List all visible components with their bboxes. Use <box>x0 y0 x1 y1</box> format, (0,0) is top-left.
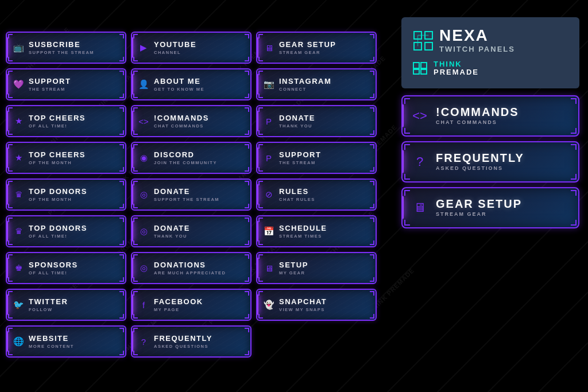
large-panel-commands-large: <> !COMMANDS CHAT COMMANDS <box>401 95 579 137</box>
panel-title-discord: DISCORD <box>154 151 217 158</box>
sidebar-panels: <> !COMMANDS CHAT COMMANDS ? FREQUENTLY … <box>401 95 579 228</box>
panel-icon-support-1: 💜 <box>13 79 24 90</box>
panel-title-about-me: ABOUT ME <box>154 77 204 85</box>
panel-title-support-1: SUPPORT <box>29 77 71 85</box>
panel-instagram: 📷 INSTAGRAM CONNECT <box>256 68 377 100</box>
panel-icon-gear-setup-1: 🖥 <box>263 43 274 53</box>
panel-icon-donate-3: ◎ <box>138 226 149 236</box>
panel-title-top-donors-month: TOP DONORS <box>29 188 87 195</box>
panel-sub-top-donors-month: OF THE MONTH <box>29 197 87 202</box>
panel-icon-donate-2: ◎ <box>138 189 149 200</box>
panel-title-donations: DONATIONS <box>154 261 226 269</box>
svg-rect-3 <box>425 42 432 50</box>
panel-title-sponsors: SPONSORS <box>29 261 78 269</box>
panel-icon-about-me: 👤 <box>138 79 149 90</box>
panel-sub-frequently: ASKED QUESTIONS <box>154 344 212 349</box>
large-panel-title-gear-setup-large: GEAR SETUP <box>436 198 522 209</box>
panel-title-website: WEBSITE <box>29 335 74 342</box>
panel-icon-setup: 🖥 <box>263 263 274 273</box>
panel-sub-snapchat: VIEW MY SNAPS <box>279 307 327 312</box>
panel-icon-rules: ⊘ <box>263 189 274 200</box>
panel-sub-youtube: CHANNEL <box>154 50 196 55</box>
panel-gear-setup-1: 🖥 GEAR SETUP STREAM GEAR <box>256 32 377 64</box>
panel-title-youtube: YOUTUBE <box>154 41 196 48</box>
panel-top-donors-all: ♛ TOP DONORS OF ALL TIME! <box>6 215 126 247</box>
svg-rect-6 <box>413 63 419 68</box>
panel-sub-schedule: STREAM TIMES <box>279 234 327 239</box>
panel-icon-discord: ◉ <box>138 153 149 163</box>
panel-icon-website: 🌐 <box>13 336 24 347</box>
panel-sub-susbcribe: SUPPORT THE STREAM <box>29 50 94 55</box>
panel-donations: ◎ DONATIONS ARE MUCH APPRECIATED <box>131 252 252 284</box>
panel-sub-gear-setup-1: STREAM GEAR <box>279 50 336 55</box>
panel-sponsors: ♚ SPONSORS OF ALL TIME! <box>6 252 126 284</box>
svg-rect-9 <box>421 69 427 74</box>
panel-donate-1: P DONATE THANK YOU <box>256 105 377 137</box>
panel-commands-1: <> !COMMANDS CHAT COMMANDS <box>131 105 252 137</box>
large-panel-title-frequently-large: FREQUENTLY <box>436 152 524 164</box>
panel-sub-top-cheers-month: OF THE MONTH <box>29 160 86 165</box>
panel-title-top-cheers-month: TOP CHEERS <box>29 151 86 158</box>
panel-schedule: 📅 SCHEDULE STREAM TIMES <box>256 215 377 247</box>
brand-icon-row: NEXA TWITCH PANELS <box>413 28 568 53</box>
panel-sub-top-donors-all: OF ALL TIME! <box>29 234 87 239</box>
panel-facebook: f FACEBOOK MY PAGE <box>131 289 252 321</box>
think-premade-icon <box>413 62 429 75</box>
large-panel-sub-commands-large: CHAT COMMANDS <box>436 119 519 125</box>
panel-sub-discord: JOIN THE COMMUNITY <box>154 160 217 165</box>
panel-frequently: ? FREQUENTLY ASKED QUESTIONS <box>131 325 252 358</box>
panel-sub-website: MORE CONTENT <box>29 344 74 349</box>
panel-sub-commands-1: CHAT COMMANDS <box>154 123 209 129</box>
panel-title-frequently: FREQUENTLY <box>154 335 212 342</box>
large-panel-title-commands-large: !COMMANDS <box>436 106 519 118</box>
panel-sub-donate-3: THANK YOU <box>154 234 190 239</box>
panel-website: 🌐 WEBSITE MORE CONTENT <box>6 325 126 358</box>
panel-sub-twitter: FOLLOW <box>29 307 68 312</box>
panel-sub-support-1: THE STREAM <box>29 87 71 92</box>
panel-icon-youtube: ▶ <box>138 42 149 53</box>
panel-twitter: 🐦 TWITTER FOLLOW <box>6 289 126 321</box>
large-panel-sub-gear-setup-large: STREAM GEAR <box>436 211 522 217</box>
large-panel-frequently-large: ? FREQUENTLY ASKED QUESTIONS <box>401 141 579 183</box>
panel-icon-facebook: f <box>138 300 149 310</box>
panel-icon-frequently: ? <box>138 337 149 347</box>
panel-title-top-cheers-all: TOP CHEERS <box>29 114 86 122</box>
panel-sub-donate-2: SUPPORT THE STREAM <box>154 197 219 202</box>
panel-title-rules: RULES <box>279 188 315 195</box>
nexa-icon <box>413 30 434 51</box>
panel-setup: 🖥 SETUP MY GEAR <box>256 252 377 284</box>
panel-title-donate-2: DONATE <box>154 188 219 195</box>
panel-sub-rules: CHAT RULES <box>279 197 315 202</box>
panel-sub-support-2: THE STREAM <box>279 160 321 165</box>
panel-icon-top-donors-all: ♛ <box>13 226 24 236</box>
panel-title-top-donors-all: TOP DONORS <box>29 224 87 232</box>
panel-sub-setup: MY GEAR <box>279 270 308 275</box>
panel-icon-donations: ◎ <box>138 263 149 273</box>
panel-rules: ⊘ RULES CHAT RULES <box>256 178 377 211</box>
svg-rect-8 <box>413 69 419 74</box>
panel-icon-instagram: 📷 <box>263 79 274 90</box>
panel-icon-sponsors: ♚ <box>13 263 24 273</box>
panel-icon-commands-1: <> <box>138 117 149 126</box>
panel-top-cheers-month: ★ TOP CHEERS OF THE MONTH <box>6 142 126 174</box>
panel-snapchat: 👻 SNAPCHAT VIEW MY SNAPS <box>256 289 377 321</box>
panel-title-donate-3: DONATE <box>154 224 190 232</box>
panel-sub-donate-1: THANK YOU <box>279 123 315 129</box>
panel-title-setup: SETUP <box>279 261 308 269</box>
sidebar: NEXA TWITCH PANELS THINK PREMADE <> !COM… <box>401 17 579 228</box>
panel-sub-instagram: CONNECT <box>279 87 331 92</box>
panel-title-schedule: SCHEDULE <box>279 224 327 232</box>
panel-sub-sponsors: OF ALL TIME! <box>29 270 78 275</box>
panel-top-cheers-all: ★ TOP CHEERS OF ALL TIME! <box>6 105 126 137</box>
panel-icon-susbcribe: 📺 <box>13 42 24 53</box>
panel-top-donors-month: ♛ TOP DONORS OF THE MONTH <box>6 178 126 211</box>
panel-title-instagram: INSTAGRAM <box>279 77 331 85</box>
large-panel-sub-frequently-large: ASKED QUESTIONS <box>436 165 524 171</box>
panel-icon-top-cheers-month: ★ <box>13 153 24 163</box>
brand-subtitle: TWITCH PANELS <box>439 45 515 53</box>
large-panel-icon-commands-large: <> <box>412 108 428 123</box>
panel-icon-snapchat: 👻 <box>263 300 274 310</box>
panel-title-facebook: FACEBOOK <box>154 298 203 305</box>
panel-about-me: 👤 ABOUT ME GET TO KNOW ME <box>131 68 252 100</box>
think-premade-text: THINK PREMADE <box>434 60 479 77</box>
